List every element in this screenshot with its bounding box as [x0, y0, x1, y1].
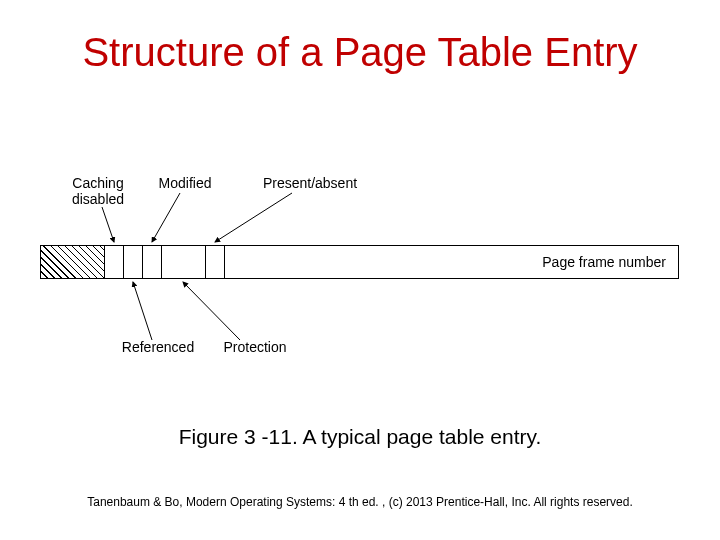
- svg-line-3: [133, 282, 152, 340]
- pte-diagram: Page frame number Cachingdisabled Modifi…: [40, 175, 680, 355]
- figure-caption: Figure 3 -11. A typical page table entry…: [0, 425, 720, 449]
- svg-line-0: [102, 207, 114, 242]
- svg-line-4: [183, 282, 240, 340]
- page-title: Structure of a Page Table Entry: [0, 30, 720, 75]
- svg-line-2: [215, 193, 292, 242]
- diagram-arrows: [40, 175, 680, 355]
- svg-line-1: [152, 193, 180, 242]
- footer-copyright: Tanenbaum & Bo, Modern Operating Systems…: [0, 495, 720, 509]
